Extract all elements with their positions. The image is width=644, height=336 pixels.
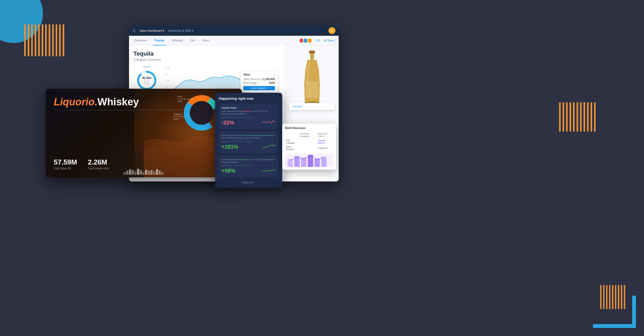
dashboard-tabs: Overview Tequila Whiskey Gin Rum +23 🔗 S… bbox=[129, 36, 339, 45]
svg-text:B: B bbox=[296, 165, 298, 167]
auto-analysis-button[interactable]: Auto Analysis › bbox=[243, 86, 275, 90]
table-cell-2-1 bbox=[299, 145, 317, 151]
insight-meta-1: Between 20-07-2020 and 27-07-2020 bbox=[221, 116, 276, 118]
panel-close-button[interactable]: × bbox=[332, 126, 333, 130]
panel-title: Multi Dimension bbox=[285, 127, 306, 130]
feature-card: Liquorio. Whiskey 57.59M Total Sales ($)… bbox=[46, 89, 242, 177]
panel-header: Multi Dimension × bbox=[285, 126, 333, 130]
insight-value-3: +58% bbox=[221, 168, 235, 174]
table-cell-label-1: Sub Category bbox=[285, 138, 299, 145]
user-avatar: U bbox=[328, 27, 335, 34]
insight-desc-1: Sum Sales Amount $ dropped on 29-10-2017… bbox=[221, 110, 276, 116]
svg-text:E: E bbox=[317, 165, 318, 167]
happening-title: Happening right now bbox=[219, 96, 278, 101]
stat-total-sales: 57.59M Total Sales ($) bbox=[54, 158, 77, 170]
table-cell-2-2: 6,829,015 bbox=[317, 145, 333, 151]
explore-all-button[interactable]: Explore All › bbox=[219, 180, 278, 184]
sparkline-2 bbox=[262, 144, 276, 149]
gauge-circle: 41.5m Target: 47.8m bbox=[136, 70, 158, 91]
share-count: +23 bbox=[316, 39, 320, 42]
tab-whiskey[interactable]: Whiskey bbox=[171, 36, 184, 45]
dashboard-topbar: ☰ Sales Dashboard ▾ Marketing & Web ▾ U bbox=[129, 26, 339, 36]
stat-label-sales: Total Sales ($) bbox=[54, 167, 77, 170]
sparkline-1 bbox=[262, 120, 276, 125]
insight-meta-2: Between 20-07-2020 and 27-07-2020 bbox=[221, 141, 276, 142]
svg-text:D: D bbox=[310, 165, 311, 167]
page-title: Tequila bbox=[133, 50, 281, 57]
svg-text:1t: 1t bbox=[165, 86, 167, 89]
tooltip-title: Value bbox=[243, 73, 250, 76]
tab-rum[interactable]: Rum bbox=[202, 36, 210, 45]
gauge-label: Tequila bbox=[143, 65, 151, 68]
bg-lines-right-top bbox=[559, 102, 596, 132]
share-button[interactable]: 🔗 Share bbox=[323, 39, 334, 42]
panel-chart: A B C D E F bbox=[285, 153, 333, 167]
table-cell-1-1 bbox=[299, 138, 317, 145]
gauge-target: Target: 47.8m bbox=[141, 80, 152, 85]
svg-text:2.5t: 2.5t bbox=[165, 67, 169, 70]
value-tooltip: Value × Sales Amount $ 2,145,945 Percent… bbox=[240, 71, 278, 93]
insight-item-2: Sum Sales Amount $ commenced a prolonged… bbox=[219, 131, 278, 153]
svg-text:1.5t: 1.5t bbox=[165, 79, 169, 82]
panel-table: Premium Category High End Premi. Sub Cat… bbox=[285, 132, 333, 151]
pie-label-seagrams: Seagram's 6,712,158.72 (12%) bbox=[173, 113, 184, 120]
svg-text:2t: 2t bbox=[165, 73, 167, 75]
brand-name-white: Whiskey bbox=[98, 96, 139, 108]
tab-gin[interactable]: Gin bbox=[189, 36, 196, 45]
nav-item-sales[interactable]: Sales Dashboard ▾ bbox=[139, 29, 164, 33]
menu-icon[interactable]: ☰ bbox=[132, 28, 136, 33]
tab-tequila[interactable]: Tequila bbox=[153, 36, 166, 45]
gauge-value: 41.5m bbox=[141, 76, 152, 80]
svg-text:F: F bbox=[323, 165, 324, 167]
svg-rect-10 bbox=[309, 51, 315, 54]
insight-item-3: Sum Sales Amount $ spiked on 10-12-2017 … bbox=[219, 156, 278, 178]
tooltip-value-1: 2,145,945 bbox=[263, 78, 275, 81]
stat-label-volume: Total Volume (ml) bbox=[88, 167, 109, 170]
multi-dimension-panel: Multi Dimension × Premium Category High … bbox=[282, 124, 336, 170]
feature-content: Liquorio. Whiskey 57.59M Total Sales ($)… bbox=[46, 89, 242, 177]
bg-lines-left bbox=[24, 24, 64, 56]
tooltip-close[interactable]: × bbox=[273, 73, 275, 76]
insight-meta-3: Between 20-07-2020 and 27-07-2020 bbox=[221, 165, 276, 166]
insight-desc-3: Sum Sales Amount $ spiked on 10-12-2017 … bbox=[221, 158, 276, 164]
brand-name-orange: Liquorio. bbox=[54, 96, 98, 108]
table-header-blank bbox=[285, 132, 299, 138]
insight-value-2: +181% bbox=[221, 144, 238, 150]
insight-title-1: Tequila Sales bbox=[221, 106, 276, 109]
table-header-high-end: High End Premi. bbox=[317, 132, 333, 138]
tooltip-label-1: Sales Amount $ bbox=[243, 78, 262, 81]
bg-blue-corner-decoration bbox=[593, 296, 636, 328]
feature-stats: 57.59M Total Sales ($) 2.26M Total Volum… bbox=[54, 158, 234, 170]
bottle-illustration bbox=[289, 49, 335, 103]
avatar-stack bbox=[299, 38, 312, 43]
stat-total-volume: 2.26M Total Volume (ml) bbox=[88, 158, 109, 170]
table-row-1: Sub Category Tequila Blanco bbox=[285, 138, 333, 145]
svg-point-46 bbox=[310, 155, 311, 156]
stat-value-sales: 57.59M bbox=[54, 158, 77, 166]
tab-overview[interactable]: Overview bbox=[133, 36, 148, 45]
pie-label-other: Other 6,712,158 (153.90) (19%) bbox=[177, 95, 193, 103]
insight-item-1: Tequila Sales Sum Sales Amount $ dropped… bbox=[219, 104, 278, 129]
insight-desc-2: Sum Sales Amount $ commenced a prolonged… bbox=[221, 134, 276, 140]
page-subtitle: Category Overview bbox=[133, 58, 281, 62]
table-header-premium: Premium Category bbox=[299, 132, 317, 138]
insight-value-1: -22% bbox=[221, 120, 234, 126]
svg-text:A: A bbox=[290, 165, 291, 167]
nav-item-marketing[interactable]: Marketing & Web ▾ bbox=[168, 29, 193, 33]
svg-text:C: C bbox=[303, 165, 305, 167]
tooltip-label-2: Percentage bbox=[243, 81, 257, 84]
table-cell-1-2: Tequila Blanco bbox=[317, 138, 333, 145]
compare-button[interactable]: Compare bbox=[289, 103, 335, 110]
svg-point-18 bbox=[190, 101, 213, 125]
tooltip-value-2: 4.6% bbox=[269, 81, 275, 84]
happening-card: Happening right now Tequila Sales Sum Sa… bbox=[215, 93, 282, 188]
sparkline-3 bbox=[262, 168, 276, 173]
tab-actions: +23 🔗 Share bbox=[299, 38, 334, 43]
stat-value-volume: 2.26M bbox=[88, 158, 109, 166]
table-cell-label-2: Sales Amount bbox=[285, 145, 299, 151]
bottle-svg bbox=[300, 49, 324, 111]
avatar-3 bbox=[307, 38, 312, 43]
feature-divider bbox=[54, 110, 198, 110]
table-row-2: Sales Amount 6,829,015 bbox=[285, 145, 333, 151]
